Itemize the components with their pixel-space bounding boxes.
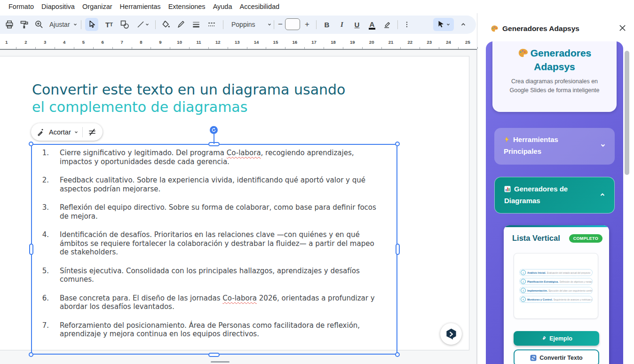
ruler-number: 20 xyxy=(369,40,374,45)
slide[interactable]: Convertir este texto en un diagrama usan… xyxy=(0,56,469,350)
spellcheck-flagged-word: Co-labora xyxy=(222,294,257,302)
slide-text-box[interactable]: 1. Cierre significativo y legitimado. De… xyxy=(31,149,388,348)
menu-extensiones[interactable]: Extensiones xyxy=(165,0,209,13)
resize-handle-bottom[interactable] xyxy=(208,353,220,357)
more-options-icon[interactable] xyxy=(400,18,413,31)
ruler-number: 16 xyxy=(292,40,297,45)
toolbar-divider xyxy=(155,20,156,29)
italic-button[interactable]: I xyxy=(335,18,349,31)
ruler-number: 6 xyxy=(102,40,104,45)
dismiss-suggestion-icon[interactable] xyxy=(87,127,97,137)
preview-list-item: 3 Implementación. Ejecución del plan con… xyxy=(519,287,593,294)
chevron-down-icon xyxy=(267,22,272,27)
palette-icon xyxy=(491,25,499,33)
palette-icon xyxy=(518,48,528,58)
ruler-tick xyxy=(208,47,209,49)
menu-bar: Formato Diapositiva Organizar Herramient… xyxy=(0,0,482,13)
addon-sidebar: Generadores Adapsys Generadores Adapsys … xyxy=(477,0,634,364)
text-color-button[interactable]: A xyxy=(365,18,379,31)
font-size-input[interactable] xyxy=(285,18,300,30)
border-weight-icon[interactable] xyxy=(190,18,203,31)
list-item: 6. Base concreta para. El diseño de las … xyxy=(31,294,388,311)
menu-diapositiva[interactable]: Diapositiva xyxy=(38,0,79,13)
bolt-icon xyxy=(504,136,510,143)
decrease-font-size-button[interactable]: − xyxy=(276,18,285,31)
menu-accesibilidad[interactable]: Accesibilidad xyxy=(236,0,283,13)
print-icon[interactable] xyxy=(3,18,16,31)
list-text: Síntesis ejecutiva. Consolidada con los … xyxy=(60,267,384,284)
ruler-tick xyxy=(439,47,439,49)
shape-tool[interactable] xyxy=(118,18,131,31)
section-generadores-diagramas[interactable]: Generadores de Diagramas xyxy=(494,177,615,214)
menu-ayuda[interactable]: Ayuda xyxy=(209,0,236,13)
ruler-number: 12 xyxy=(215,40,221,45)
font-select[interactable]: Poppins xyxy=(230,18,274,31)
list-number: 1. xyxy=(31,149,49,166)
ruler-number: 7 xyxy=(120,40,123,45)
resize-handle-right[interactable] xyxy=(396,244,400,255)
fit-zoom-select[interactable]: Ajustar xyxy=(48,18,79,31)
fill-color-icon[interactable] xyxy=(159,18,173,31)
collapse-toolbar-icon[interactable] xyxy=(457,18,470,31)
preview-list-item: 4 Monitoreo y Control. Seguimiento de av… xyxy=(519,296,593,303)
ruler-number: 19 xyxy=(350,40,355,45)
list-item: 1. Cierre significativo y legitimado. De… xyxy=(31,149,388,166)
underline-button[interactable]: U xyxy=(350,18,364,31)
border-color-icon[interactable] xyxy=(174,18,188,31)
ruler-number: 5 xyxy=(82,40,85,45)
ruler-number: 2 xyxy=(24,40,27,45)
paint-format-icon[interactable] xyxy=(18,18,31,31)
resize-handle-left[interactable] xyxy=(29,244,33,255)
convert-button-label: Convertir Texto xyxy=(539,355,582,361)
zoom-icon[interactable] xyxy=(32,18,46,31)
list-number: 2. xyxy=(31,176,49,193)
ruler-number: 21 xyxy=(388,40,394,45)
generator-title: Lista Vertical xyxy=(512,234,560,243)
toolbar-divider xyxy=(274,20,274,29)
border-dash-icon[interactable] xyxy=(205,18,218,31)
slide-title[interactable]: Convertir este texto en un diagrama usan… xyxy=(32,81,345,116)
shorten-suggestion-pill[interactable]: Acortar xyxy=(31,123,103,141)
lista-vertical-card: Lista Vertical COMPLETO 1 Análisis Inici… xyxy=(504,225,609,364)
chevron-down-icon xyxy=(73,22,78,27)
select-tool[interactable] xyxy=(85,18,98,31)
chevron-down-icon[interactable] xyxy=(74,130,79,135)
ruler-number: 14 xyxy=(254,40,259,45)
ruler-tick xyxy=(362,47,363,49)
menu-herramientas[interactable]: Herramientas xyxy=(116,0,165,13)
ruler-number: 24 xyxy=(446,40,451,45)
bold-button[interactable]: B xyxy=(320,18,333,31)
section-herramientas-principales[interactable]: Herramientas Principales xyxy=(494,128,615,165)
increase-font-size-button[interactable]: + xyxy=(302,18,312,31)
ruler-number: 23 xyxy=(427,40,432,45)
example-button[interactable]: Ejemplo xyxy=(514,331,599,346)
menu-formato[interactable]: Formato xyxy=(5,0,38,13)
ruler-tick xyxy=(420,47,420,49)
magic-wand-icon xyxy=(37,128,45,136)
notes-resize-grip[interactable] xyxy=(211,361,230,363)
shorten-label: Acortar xyxy=(49,128,71,136)
line-tool-dropdown-icon[interactable] xyxy=(145,22,150,27)
text-box-tool[interactable]: TT xyxy=(103,18,116,31)
toolbar-divider xyxy=(81,20,81,29)
close-sidebar-icon[interactable] xyxy=(616,22,628,34)
list-text: Reforzamiento del posicionamiento. Área … xyxy=(60,321,384,339)
ruler-tick xyxy=(285,47,285,49)
sidebar-header: Generadores Adapsys xyxy=(477,22,634,36)
sidebar-scrollbar-thumb[interactable] xyxy=(625,51,629,175)
resize-handle-bottom-right[interactable] xyxy=(395,352,400,357)
resize-handle-top-right[interactable] xyxy=(395,142,400,146)
resize-handle-top-left[interactable] xyxy=(29,142,33,146)
ruler-tick xyxy=(400,47,401,49)
convert-text-button[interactable]: Convertir Texto xyxy=(514,349,599,364)
list-number: 5. xyxy=(31,267,49,284)
list-item: 7. Reforzamiento del posicionamiento. Ár… xyxy=(31,321,388,339)
chevron-down-icon xyxy=(600,142,606,149)
highlight-color-icon[interactable] xyxy=(381,18,394,31)
assistant-floating-button[interactable] xyxy=(440,323,462,345)
resize-handle-bottom-left[interactable] xyxy=(29,352,33,357)
menu-organizar[interactable]: Organizar xyxy=(79,0,116,13)
pointer-mode-button[interactable] xyxy=(433,18,454,31)
ruler-number: 4 xyxy=(63,40,65,45)
rotate-handle[interactable] xyxy=(210,126,218,134)
